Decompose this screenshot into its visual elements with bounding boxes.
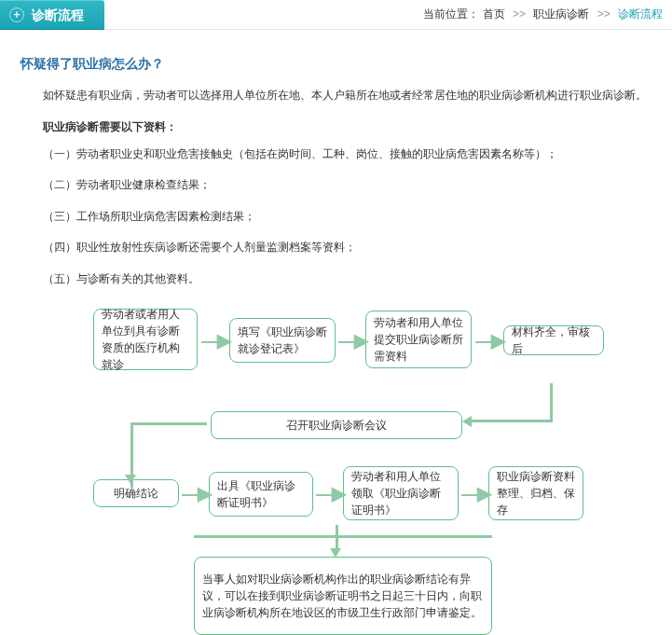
article-intro: 如怀疑患有职业病，劳动者可以选择用人单位所在地、本人户籍所在地或者经常居住地的职…: [43, 86, 651, 106]
arrow-right-icon: —▶: [182, 482, 209, 504]
arrow-right-icon: —▶: [461, 482, 488, 504]
header-bar: + 诊断流程 当前位置： 首页 >> 职业病诊断 >> 诊断流程: [0, 0, 672, 30]
breadcrumb: 当前位置： 首页 >> 职业病诊断 >> 诊断流程: [423, 7, 672, 22]
connector-elbow: [130, 422, 207, 488]
flow-node-certificate: 出具《职业病诊断证明书》: [209, 472, 313, 517]
breadcrumb-sep-icon: >>: [597, 7, 610, 21]
arrow-right-icon: —▶: [475, 329, 502, 352]
arrowhead-down-icon: [330, 548, 341, 558]
flow-node-review: 材料齐全，审核后: [503, 325, 604, 355]
flow-node-archive: 职业病诊断资料整理、归档、保存: [488, 466, 583, 520]
connector-elbow: [471, 383, 553, 422]
flow-node-meeting: 召开职业病诊断会议: [211, 411, 462, 439]
arrowhead-left-icon: [462, 416, 472, 427]
flow-node-start: 劳动者或者用人单位到具有诊断资质的医疗机构就诊: [93, 309, 198, 370]
connector-line: [194, 535, 492, 538]
article-question-title: 怀疑得了职业病怎么办？: [21, 56, 651, 73]
materials-title: 职业病诊断需要以下资料：: [43, 119, 651, 135]
breadcrumb-category-link[interactable]: 职业病诊断: [533, 7, 589, 21]
flow-node-receive: 劳动者和用人单位领取《职业病诊断证明书》: [343, 466, 459, 520]
material-item: （五）与诊断有关的其他资料。: [43, 269, 651, 290]
flow-node-register: 填写《职业病诊断就诊登记表》: [229, 318, 336, 363]
breadcrumb-home-link[interactable]: 首页: [483, 7, 505, 21]
arrow-right-icon: —▶: [316, 482, 343, 504]
arrow-right-icon: —▶: [338, 329, 365, 352]
breadcrumb-current: 诊断流程: [618, 7, 663, 21]
article-body: 怀疑得了职业病怎么办？ 如怀疑患有职业病，劳动者可以选择用人单位所在地、本人户籍…: [0, 30, 672, 635]
breadcrumb-sep-icon: >>: [513, 7, 526, 21]
page-tab: + 诊断流程: [0, 0, 104, 30]
breadcrumb-label: 当前位置：: [423, 7, 479, 21]
flow-node-appeal: 当事人如对职业病诊断机构作出的职业病诊断结论有异议，可以在接到职业病诊断证明书之…: [194, 557, 492, 635]
page-tab-title: 诊断流程: [32, 0, 84, 30]
material-item: （一）劳动者职业史和职业危害接触史（包括在岗时间、工种、岗位、接触的职业病危害因…: [43, 145, 651, 165]
flow-diagram: 劳动者或者用人单位到具有诊断资质的医疗机构就诊 填写《职业病诊断就诊登记表》 劳…: [21, 309, 654, 635]
material-item: （三）工作场所职业病危害因素检测结果；: [43, 207, 651, 228]
arrowhead-down-icon: [125, 475, 136, 484]
arrow-right-icon: —▶: [201, 329, 228, 352]
plus-icon: +: [9, 7, 24, 22]
material-item: （二）劳动者职业健康检查结果；: [43, 175, 651, 196]
connector-elbow: [471, 420, 553, 422]
material-item: （四）职业性放射性疾病诊断还需要个人剂量监测档案等资料；: [43, 238, 651, 258]
connector-elbow: [130, 422, 207, 425]
flow-node-submit: 劳动者和用人单位提交职业病诊断所需资料: [365, 311, 472, 368]
